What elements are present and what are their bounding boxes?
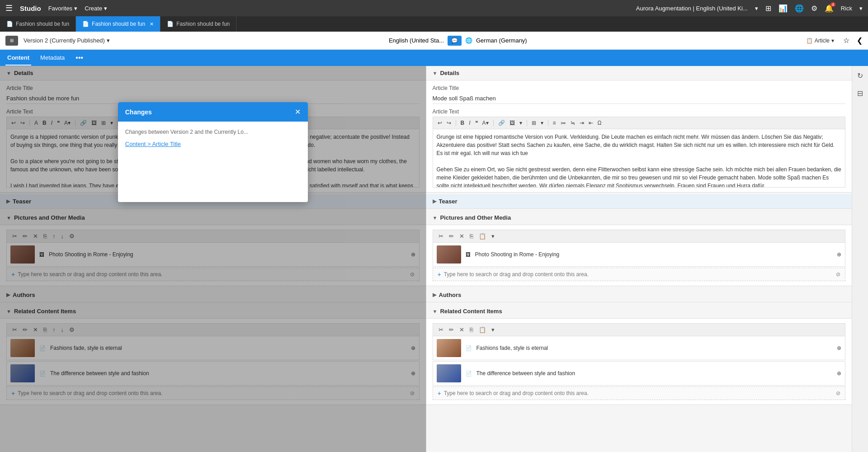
menu-right-section: Aurora Augmentation | English (United Ki… (636, 4, 863, 13)
main-area: ▼ Details Article Title Fashion should b… (0, 66, 868, 452)
right-media-more[interactable]: ▾ (490, 232, 496, 240)
right-authors-section: ▶ Authors (426, 288, 852, 302)
content-tab[interactable]: Content (5, 51, 31, 66)
right-article-title-value[interactable]: Mode soll Spaß machen (433, 93, 846, 104)
tab-3[interactable]: 📄 Fashion should be fun (160, 16, 236, 32)
right-rel1-label: Fashions fade, style is eternal (476, 345, 833, 351)
right-italic-btn[interactable]: I (467, 119, 472, 127)
globe2-icon[interactable]: 🌐 (795, 4, 804, 13)
right-undo-btn[interactable]: ↩ (436, 119, 444, 127)
star-icon[interactable]: ☆ (843, 36, 849, 45)
right-media-delete[interactable]: ✕ (458, 232, 466, 240)
right-table-btn[interactable]: ⊞ (530, 119, 538, 127)
chart-icon[interactable]: 📊 (778, 4, 788, 13)
metadata-tab[interactable]: Metadata (38, 51, 66, 66)
modal-link[interactable]: Content > Article Title (125, 141, 181, 147)
right-dnd-area[interactable]: + Type here to search or drag and drop c… (433, 268, 846, 281)
right-media-paste[interactable]: 📋 (477, 232, 488, 240)
right-img-btn[interactable]: 🖼 (508, 119, 517, 127)
right-related-label: Related Content Items (440, 308, 502, 315)
article-arrow: ▾ (831, 38, 834, 44)
article-type-selector[interactable]: 📋 Article ▾ (806, 38, 834, 44)
right-align-btn[interactable]: ≡ (551, 119, 558, 127)
right-rel-delete[interactable]: ✕ (458, 325, 466, 334)
sidebar-refresh-btn[interactable]: ↻ (855, 70, 865, 82)
tab-1[interactable]: 📄 Fashion should be fun (0, 16, 76, 32)
right-related-dnd-icon: ⊘ (836, 390, 840, 396)
right-related-dnd[interactable]: + Type here to search or drag and drop c… (433, 386, 846, 400)
right-table-more[interactable]: ▾ (539, 119, 545, 127)
user-arrow[interactable]: ▾ (859, 5, 863, 12)
right-rel1-action[interactable]: ⊕ (837, 345, 841, 351)
right-related-section: ▼ Related Content Items ✂ ✏ ✕ ⎘ 📋 ▾ 📄 Fa… (426, 304, 852, 405)
right-listol-btn[interactable]: ≒ (569, 119, 577, 127)
settings-icon[interactable]: ⚙ (811, 4, 817, 13)
modal-close-btn[interactable]: ✕ (295, 108, 301, 116)
target-lang-label: German (Germany) (476, 37, 527, 44)
bell-icon[interactable]: 🔔4 (825, 4, 834, 13)
right-bold-btn[interactable]: B (459, 119, 467, 127)
tab-2-label: Fashion should be fun (92, 21, 145, 27)
right-rel-copy[interactable]: ⎘ (468, 325, 475, 334)
right-teaser-header[interactable]: ▶ Teaser (426, 194, 852, 209)
right-dnd-icon: ⊘ (836, 271, 840, 278)
right-rel-more[interactable]: ▾ (490, 325, 496, 334)
right-related-header[interactable]: ▼ Related Content Items (426, 304, 852, 319)
tab-2-icon: 📄 (82, 21, 89, 27)
modal-body: Changes between Version 2 and the Curren… (118, 122, 308, 202)
create-label: Create (85, 5, 102, 12)
right-rel2-action[interactable]: ⊕ (837, 370, 841, 377)
right-rel-paste[interactable]: 📋 (477, 325, 488, 334)
right-authors-header[interactable]: ▶ Authors (426, 288, 852, 302)
favorites-menu[interactable]: Favorites ▾ (48, 5, 77, 12)
sidebar-compare-btn[interactable]: ⊟ (855, 87, 865, 99)
right-rel-edit[interactable]: ✏ (447, 325, 456, 334)
user-label[interactable]: Rick (841, 5, 852, 12)
changes-modal: Changes ✕ Changes between Version 2 and … (118, 102, 308, 202)
right-font-btn[interactable]: A▾ (481, 119, 491, 127)
right-outdent-btn[interactable]: ⇤ (587, 119, 595, 127)
right-link-btn[interactable]: 🔗 (496, 119, 507, 127)
right-listul-btn[interactable]: ≔ (559, 119, 568, 127)
language-section: English (United Sta... 💬 🌐 German (Germa… (389, 36, 527, 46)
right-related-item-1: 📄 Fashions fade, style is eternal ⊕ (433, 336, 846, 360)
right-indent-btn[interactable]: ⇥ (578, 119, 586, 127)
right-related-plus: + (438, 390, 441, 397)
instance-arrow[interactable]: ▾ (755, 5, 758, 12)
create-menu[interactable]: Create ▾ (85, 5, 107, 12)
more-options-btn[interactable]: ••• (75, 54, 83, 62)
right-details-section: ▼ Details Article Title Mode soll Spaß m… (426, 66, 852, 193)
favorites-arrow: ▾ (74, 5, 77, 12)
left-panel: ▼ Details Article Title Fashion should b… (0, 66, 426, 452)
right-redo-btn[interactable]: ↪ (445, 119, 453, 127)
right-pictures-label: Pictures and Other Media (440, 214, 511, 221)
right-article-text[interactable]: Grunge ist eine hippied romantische Vers… (433, 129, 846, 188)
metadata-tab-label: Metadata (40, 54, 65, 61)
hamburger-icon[interactable]: ☰ (5, 3, 13, 13)
version-selector[interactable]: Version 2 (Currently Published) ▾ (24, 37, 110, 44)
version-arrow: ▾ (107, 37, 110, 44)
right-media-action[interactable]: ⊕ (837, 251, 841, 258)
tab-1-icon: 📄 (6, 21, 13, 27)
collapse-icon[interactable]: ❮ (857, 36, 863, 45)
right-rel-cut[interactable]: ✂ (437, 325, 445, 334)
source-lang-label: English (United Sta... (389, 37, 444, 44)
grid-icon[interactable]: ⊞ (765, 4, 771, 13)
tab-2[interactable]: 📄 Fashion should be fun ✕ (76, 16, 160, 32)
tab-2-close[interactable]: ✕ (150, 21, 154, 27)
right-related-toolbar: ✂ ✏ ✕ ⎘ 📋 ▾ (433, 323, 846, 336)
right-authors-chevron: ▶ (433, 292, 436, 298)
right-media-copy[interactable]: ⎘ (468, 232, 475, 240)
right-media-edit[interactable]: ✏ (447, 232, 456, 240)
right-quote-btn[interactable]: ❝ (473, 119, 480, 127)
right-details-header[interactable]: ▼ Details (426, 66, 852, 80)
version-text-label: Version 2 (Currently Published) (24, 37, 105, 44)
right-special-btn[interactable]: Ω (596, 119, 604, 127)
right-article-title-label: Article Title (433, 85, 846, 91)
right-media-cut[interactable]: ✂ (437, 232, 445, 240)
right-more-btn[interactable]: ▾ (518, 119, 524, 127)
right-pictures-header[interactable]: ▼ Pictures and Other Media (426, 211, 852, 225)
modal-title: Changes (125, 108, 152, 116)
tab-3-icon: 📄 (167, 21, 174, 27)
translate-button[interactable]: 💬 (448, 36, 462, 46)
